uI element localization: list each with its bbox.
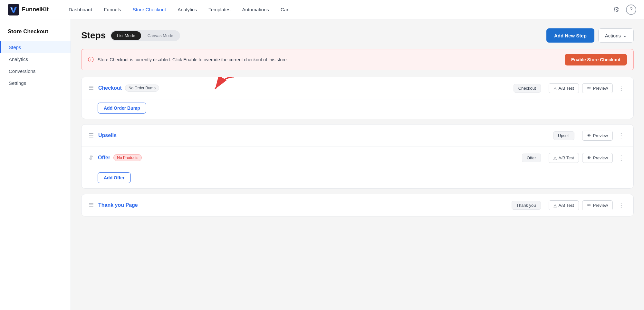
offer-more-button[interactable]: ⋮ bbox=[616, 153, 626, 163]
checkout-row: ☰ Checkout No Order Bump Checkout △ A/B … bbox=[82, 77, 633, 99]
checkout-ab-test-button[interactable]: △ A/B Test bbox=[549, 83, 579, 93]
offer-preview-button[interactable]: 👁 Preview bbox=[582, 153, 613, 163]
alert-icon: ⓘ bbox=[88, 56, 94, 64]
sidebar-title: Store Checkout bbox=[0, 28, 71, 41]
add-order-bump-button[interactable]: Add Order Bump bbox=[98, 103, 146, 114]
thankyou-preview-eye-icon: 👁 bbox=[587, 203, 591, 208]
add-offer-button[interactable]: Add Offer bbox=[98, 172, 131, 183]
nav-right-icons: ⚙ ? bbox=[612, 4, 636, 15]
offer-sort-icon: ⇵ bbox=[89, 154, 93, 161]
checkout-card: ☰ Checkout No Order Bump Checkout △ A/B … bbox=[81, 77, 634, 119]
offer-step-actions: △ A/B Test 👁 Preview ⋮ bbox=[549, 153, 626, 163]
checkout-step-actions: △ A/B Test 👁 Preview ⋮ bbox=[549, 83, 626, 93]
checkout-preview-button[interactable]: 👁 Preview bbox=[582, 83, 613, 93]
upsells-step-actions: 👁 Preview ⋮ bbox=[582, 130, 626, 141]
nav-automations[interactable]: Automations bbox=[238, 4, 274, 15]
logo-text: FunnelKit bbox=[22, 6, 49, 13]
thankyou-row: ☰ Thank you Page Thank you △ A/B Test 👁 … bbox=[82, 194, 633, 216]
nav-links: Dashboard Funnels Store Checkout Analyti… bbox=[64, 4, 601, 15]
thankyou-ab-test-button[interactable]: △ A/B Test bbox=[549, 200, 579, 210]
header-actions: Add New Step Actions ⌄ bbox=[546, 28, 634, 43]
checkout-type-badge: Checkout bbox=[514, 84, 541, 93]
upsells-preview-eye-icon: 👁 bbox=[587, 133, 591, 138]
upsells-more-button[interactable]: ⋮ bbox=[616, 130, 626, 141]
checkout-no-order-bump-badge: No Order Bump bbox=[125, 85, 159, 92]
sidebar-item-analytics[interactable]: Analytics bbox=[0, 53, 71, 65]
help-icon[interactable]: ? bbox=[626, 5, 636, 15]
offer-ab-test-button[interactable]: △ A/B Test bbox=[549, 153, 579, 163]
enable-store-checkout-button[interactable]: Enable Store Checkout bbox=[565, 54, 627, 65]
top-nav: FunnelKit Dashboard Funnels Store Checko… bbox=[0, 0, 644, 19]
upsells-preview-button[interactable]: 👁 Preview bbox=[582, 131, 613, 141]
page-title: Steps bbox=[81, 30, 106, 41]
offer-step-name[interactable]: Offer bbox=[98, 155, 110, 161]
thankyou-drag-icon: ☰ bbox=[89, 202, 94, 209]
settings-icon[interactable]: ⚙ bbox=[612, 4, 621, 15]
steps-header: Steps List Mode Canvas Mode Add New Step… bbox=[81, 28, 634, 43]
offer-row: ⇵ Offer No Products Offer △ A/B Test 👁 P… bbox=[82, 147, 633, 169]
logo[interactable]: FunnelKit bbox=[8, 4, 49, 15]
main-content: Steps List Mode Canvas Mode Add New Step… bbox=[71, 19, 644, 310]
thankyou-type-badge: Thank you bbox=[512, 201, 541, 210]
main-layout: Store Checkout Steps Analytics Conversio… bbox=[0, 19, 644, 310]
sidebar: Store Checkout Steps Analytics Conversio… bbox=[0, 19, 71, 310]
nav-dashboard[interactable]: Dashboard bbox=[64, 4, 97, 15]
thankyou-card: ☰ Thank you Page Thank you △ A/B Test 👁 … bbox=[81, 194, 634, 216]
chevron-down-icon: ⌄ bbox=[623, 33, 627, 38]
upsells-drag-icon: ☰ bbox=[89, 132, 94, 139]
checkout-sub-action-row: Add Order Bump bbox=[82, 99, 633, 119]
offer-no-products-badge: No Products bbox=[113, 154, 142, 161]
offer-preview-eye-icon: 👁 bbox=[587, 155, 591, 160]
nav-cart[interactable]: Cart bbox=[276, 4, 294, 15]
sidebar-item-steps[interactable]: Steps bbox=[0, 41, 71, 53]
thankyou-preview-button[interactable]: 👁 Preview bbox=[582, 200, 613, 210]
list-mode-button[interactable]: List Mode bbox=[111, 31, 141, 40]
sidebar-item-settings[interactable]: Settings bbox=[0, 77, 71, 89]
canvas-mode-button[interactable]: Canvas Mode bbox=[142, 31, 179, 40]
upsells-sub-action-row: Add Offer bbox=[82, 169, 633, 188]
thankyou-step-actions: △ A/B Test 👁 Preview ⋮ bbox=[549, 200, 626, 210]
nav-funnels[interactable]: Funnels bbox=[99, 4, 125, 15]
preview-eye-icon: 👁 bbox=[587, 86, 591, 91]
checkout-step-name[interactable]: Checkout bbox=[98, 85, 122, 91]
offer-ab-icon: △ bbox=[553, 155, 557, 160]
upsells-step-name[interactable]: Upsells bbox=[98, 133, 117, 138]
sidebar-item-conversions[interactable]: Conversions bbox=[0, 65, 71, 77]
thankyou-step-name[interactable]: Thank you Page bbox=[98, 202, 138, 208]
thankyou-more-button[interactable]: ⋮ bbox=[616, 200, 626, 210]
checkout-drag-icon: ☰ bbox=[89, 85, 94, 92]
svg-rect-0 bbox=[8, 4, 19, 15]
upsells-type-badge: Upsell bbox=[553, 131, 574, 140]
thankyou-ab-icon: △ bbox=[553, 203, 557, 208]
mode-toggle: List Mode Canvas Mode bbox=[110, 30, 180, 41]
ab-test-icon: △ bbox=[553, 86, 557, 91]
actions-label: Actions bbox=[605, 33, 621, 38]
nav-analytics[interactable]: Analytics bbox=[173, 4, 201, 15]
actions-button[interactable]: Actions ⌄ bbox=[598, 28, 634, 43]
add-new-step-button[interactable]: Add New Step bbox=[546, 28, 594, 43]
alert-banner: ⓘ Store Checkout is currently disabled. … bbox=[81, 49, 634, 70]
upsells-row: ☰ Upsells Upsell 👁 Preview ⋮ bbox=[82, 125, 633, 147]
checkout-more-button[interactable]: ⋮ bbox=[616, 83, 626, 93]
offer-type-badge: Offer bbox=[522, 154, 541, 162]
nav-templates[interactable]: Templates bbox=[204, 4, 235, 15]
upsells-card: ☰ Upsells Upsell 👁 Preview ⋮ ⇵ Offer No … bbox=[81, 124, 634, 189]
nav-store-checkout[interactable]: Store Checkout bbox=[128, 4, 170, 15]
alert-text: Store Checkout is currently disabled. Cl… bbox=[98, 57, 560, 62]
